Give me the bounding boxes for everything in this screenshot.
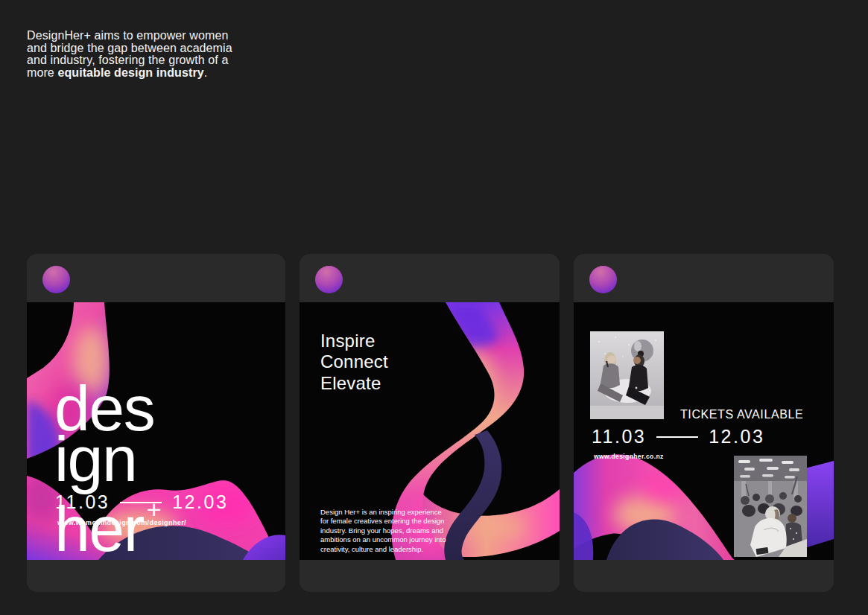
date-end: 12.03 [172,491,228,513]
audience-photo [734,456,807,557]
intro-line4-prefix: more [27,66,57,79]
card-header [27,254,285,302]
card-footer [300,560,560,592]
poster-tickets: TICKETS AVAILABLE 11.03 12.03 www.design… [574,302,834,560]
date-end: 12.03 [709,426,764,447]
brand-dot-icon [42,266,70,293]
intro-line: and industry, fostering the growth of a [27,54,232,67]
intro-line: DesignHer+ aims to empower women [27,30,232,42]
date-range-dash [120,502,162,503]
poster-designher: des ign her+ 11.03 12.03 www.womenindesi… [27,302,285,560]
intro-line: and bridge the gap between academia [27,42,232,55]
tickets-available-label: TICKETS AVAILABLE [680,408,803,421]
post-card-tickets: TICKETS AVAILABLE 11.03 12.03 www.design… [574,254,834,592]
poster-inspire: Inspire Connect Elevate Design Her+ is a… [300,302,560,560]
card-header [300,254,560,302]
headline-line: Inspire [320,331,388,352]
brand-dot-icon [315,266,343,293]
speakers-photo [590,331,664,419]
date-range: 11.03 12.03 [592,426,764,447]
event-url: www.womenindesign.com/designher/ [57,519,186,526]
intro-line4-emphasis: equitable design industry [57,66,203,79]
card-footer [574,560,834,592]
post-card-title: des ign her+ 11.03 12.03 www.womenindesi… [27,254,285,592]
date-range-dash [656,436,698,438]
intro-line4-suffix: . [204,66,208,79]
intro-line: more equitable design industry. [27,67,232,80]
headline-line: Connect [320,351,388,373]
date-range: 11.03 12.03 [55,491,228,513]
event-url: www.designher.co.nz [594,453,664,460]
poster-title: des ign her+ [54,383,162,554]
poster-headline: Inspire Connect Elevate [320,331,388,395]
brand-dot-icon [589,266,617,293]
poster-description: Design Her+ is an inspiring experience f… [320,508,449,555]
design-showcase-page: { "colors": { "background": "#1e1e1e", "… [0,0,868,615]
card-footer [27,560,285,592]
date-start: 11.03 [55,491,110,513]
headline-line: Elevate [320,373,388,395]
post-cards-row: des ign her+ 11.03 12.03 www.womenindesi… [27,254,834,592]
intro-text: DesignHer+ aims to empower women and bri… [27,30,232,79]
card-header [574,254,834,302]
date-start: 11.03 [592,426,646,447]
post-card-inspire: Inspire Connect Elevate Design Her+ is a… [300,254,560,592]
